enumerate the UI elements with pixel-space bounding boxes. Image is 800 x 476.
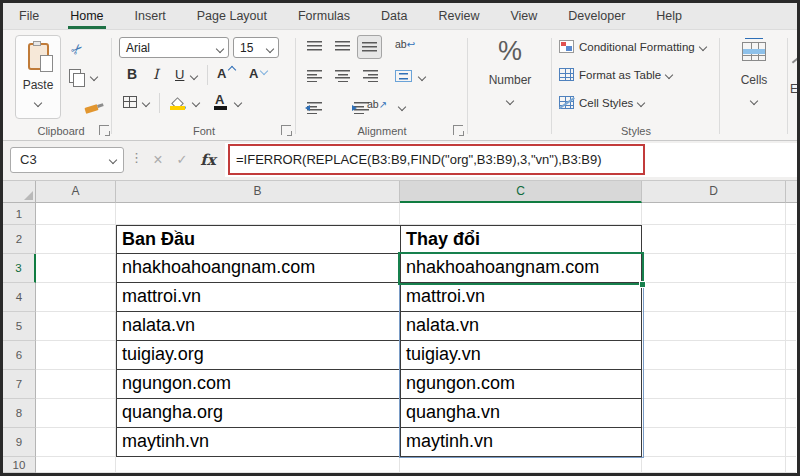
cell-B8[interactable]: quangha.org [116, 399, 400, 428]
tab-developer[interactable]: Developer [566, 5, 627, 29]
cells-group[interactable]: Cells [723, 30, 785, 140]
cell-D2[interactable] [642, 225, 786, 254]
cell-B2[interactable]: Ban Đầu [116, 225, 400, 254]
align-left-icon[interactable] [307, 70, 322, 82]
tab-formulas[interactable]: Formulas [296, 5, 352, 29]
number-group[interactable]: % Number [471, 30, 549, 140]
row-header-3[interactable]: 3 [3, 254, 36, 283]
decrease-indent-icon[interactable] [307, 102, 322, 114]
fill-color-chevron[interactable] [192, 99, 200, 107]
copy-icon[interactable] [69, 69, 81, 83]
font-color-button[interactable]: A [215, 92, 224, 107]
select-all-corner[interactable] [3, 181, 36, 203]
orientation-icon[interactable]: ab↗ [367, 98, 387, 110]
cell-C9[interactable]: maytinh.vn [400, 428, 642, 457]
align-right-icon[interactable] [363, 70, 378, 82]
tab-data[interactable]: Data [379, 5, 409, 29]
cell-C8[interactable]: quangha.vn [400, 399, 642, 428]
editing-group-clipped[interactable]: Ed [790, 30, 800, 140]
row-header-5[interactable]: 5 [3, 312, 36, 341]
cells-chevron[interactable] [750, 97, 758, 105]
clipboard-dialog-launcher[interactable] [99, 125, 109, 135]
number-chevron[interactable] [506, 97, 514, 105]
column-header-D[interactable]: D [642, 181, 786, 203]
cell-C7[interactable]: ngungon.com [400, 370, 642, 399]
alignment-dialog-launcher[interactable] [453, 125, 463, 135]
row-header-1[interactable]: 1 [3, 203, 36, 225]
cell-B6[interactable]: tuigiay.org [116, 341, 400, 370]
font-name-chevron[interactable] [216, 45, 224, 53]
align-middle-icon[interactable] [335, 40, 350, 52]
cell-C2[interactable]: Thay đổi [400, 225, 642, 254]
row-header-10[interactable]: 10 [3, 457, 36, 473]
cell-C3-active[interactable]: nhakhoahoangnam.com [400, 254, 642, 283]
tab-insert[interactable]: Insert [133, 5, 168, 29]
decrease-font-button[interactable]: A [249, 66, 258, 81]
cell-B10[interactable] [116, 457, 400, 473]
copy-dropdown-chevron[interactable] [90, 73, 98, 81]
row-header-9[interactable]: 9 [3, 428, 36, 457]
merge-center-icon[interactable] [395, 70, 412, 82]
cell-B1[interactable] [116, 203, 400, 225]
font-size-chevron[interactable] [266, 45, 274, 53]
font-dialog-launcher[interactable] [281, 125, 291, 135]
cell-C10[interactable] [400, 457, 642, 473]
cancel-button[interactable]: × [147, 147, 169, 173]
column-header-B[interactable]: B [116, 181, 400, 203]
paste-dropdown-chevron[interactable] [34, 99, 42, 107]
cell-A2[interactable] [36, 225, 116, 254]
merge-center-chevron[interactable] [418, 73, 426, 81]
cell-D1[interactable] [642, 203, 786, 225]
cell-A3[interactable] [36, 254, 116, 283]
tab-view[interactable]: View [508, 5, 539, 29]
cell-C4[interactable]: mattroi.vn [400, 283, 642, 312]
cell-A10[interactable] [36, 457, 116, 473]
borders-icon[interactable] [123, 96, 137, 108]
row-header-7[interactable]: 7 [3, 370, 36, 399]
formula-highlight-box[interactable]: =IFERROR(REPLACE(B3:B9,FIND("org",B3:B9)… [228, 144, 645, 175]
row-header-6[interactable]: 6 [3, 341, 36, 370]
bold-button[interactable]: B [127, 66, 137, 82]
cell-B9[interactable]: maytinh.vn [116, 428, 400, 457]
cell-D7[interactable] [642, 370, 786, 399]
tab-help[interactable]: Help [654, 5, 684, 29]
name-box[interactable]: C3 [10, 147, 124, 173]
cell-B7[interactable]: ngungon.com [116, 370, 400, 399]
cell-A6[interactable] [36, 341, 116, 370]
cell-D4[interactable] [642, 283, 786, 312]
font-color-chevron[interactable] [234, 99, 242, 107]
column-header-A[interactable]: A [36, 181, 116, 203]
cell-C6[interactable]: tuigiay.vn [400, 341, 642, 370]
cell-A8[interactable] [36, 399, 116, 428]
tab-file[interactable]: File [17, 5, 41, 29]
cut-icon[interactable]: ✂ [68, 40, 86, 58]
cell-D5[interactable] [642, 312, 786, 341]
cell-B5[interactable]: nalata.vn [116, 312, 400, 341]
fill-handle[interactable] [639, 281, 646, 288]
cell-A1[interactable] [36, 203, 116, 225]
insert-function-button[interactable]: fx [197, 147, 219, 173]
cell-A7[interactable] [36, 370, 116, 399]
underline-chevron[interactable] [190, 72, 198, 80]
name-box-chevron[interactable] [109, 156, 117, 164]
format-as-table-button[interactable]: Format as Table [559, 68, 672, 81]
underline-button[interactable]: U [175, 67, 184, 82]
cell-C5[interactable]: nalata.vn [400, 312, 642, 341]
cell-D10[interactable] [642, 457, 786, 473]
orientation-chevron[interactable] [398, 103, 406, 111]
enter-button[interactable]: ✓ [171, 147, 193, 173]
cell-A5[interactable] [36, 312, 116, 341]
borders-chevron[interactable] [142, 99, 150, 107]
row-header-4[interactable]: 4 [3, 283, 36, 312]
font-name-combo[interactable]: Arial [119, 37, 229, 58]
column-header-C[interactable]: C [400, 181, 642, 203]
cell-D8[interactable] [642, 399, 786, 428]
tab-page-layout[interactable]: Page Layout [195, 5, 269, 29]
tab-home[interactable]: Home [68, 5, 105, 29]
format-painter-icon[interactable] [85, 104, 99, 114]
cell-A9[interactable] [36, 428, 116, 457]
cell-B4[interactable]: mattroi.vn [116, 283, 400, 312]
row-header-2[interactable]: 2 [3, 225, 36, 254]
paste-button[interactable]: Paste [15, 35, 61, 119]
wrap-text-icon[interactable]: ab↩ [395, 38, 415, 50]
